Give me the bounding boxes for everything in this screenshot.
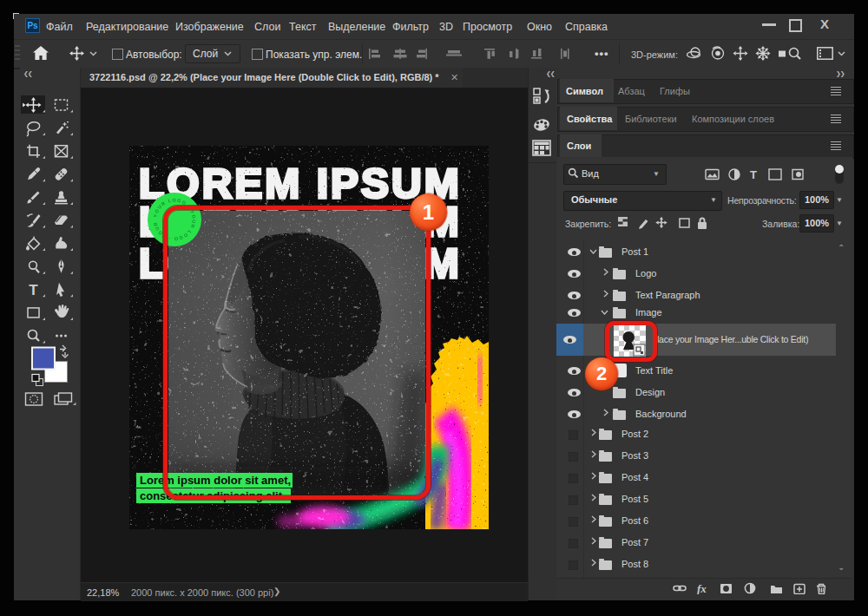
svg-text:fx: fx: [697, 582, 707, 594]
svg-text:T: T: [29, 282, 38, 298]
svg-text:T: T: [750, 168, 757, 181]
